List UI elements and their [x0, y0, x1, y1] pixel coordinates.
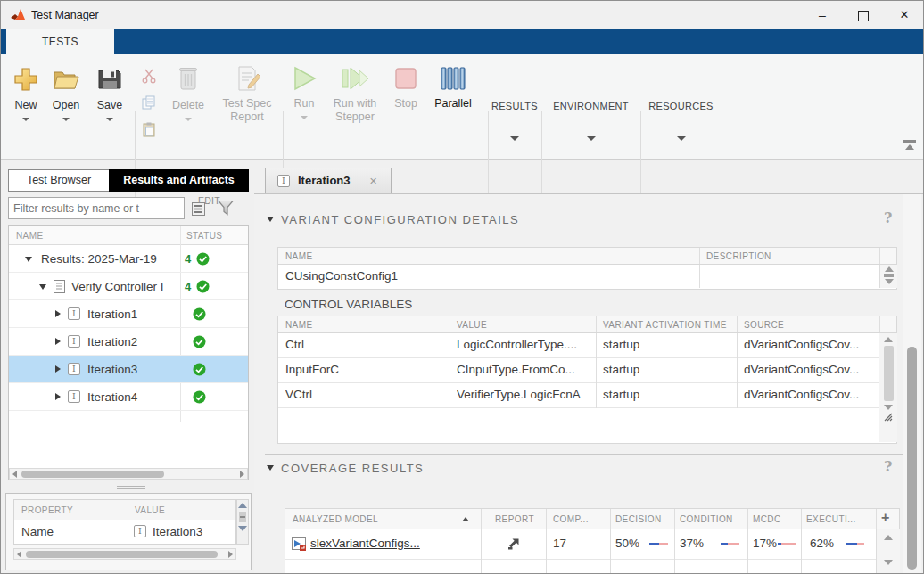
delete-button[interactable]: Delete — [165, 65, 211, 121]
results-group-button[interactable]: RESULTS — [488, 54, 541, 160]
scroll-up-icon[interactable] — [238, 503, 247, 508]
scroll-down-icon[interactable] — [885, 279, 894, 284]
coverage-table-scrollbar[interactable] — [876, 529, 900, 573]
resize-grip-icon[interactable] — [884, 413, 893, 422]
tree-row-iteration1[interactable]: I Iteration1 — [9, 300, 248, 328]
main-vertical-scrollbar[interactable] — [903, 194, 921, 574]
scrollbar-thumb[interactable] — [21, 471, 164, 478]
cut-button[interactable] — [138, 65, 160, 86]
scroll-up-icon[interactable] — [884, 337, 893, 342]
resources-group-button[interactable]: RESOURCES — [640, 54, 722, 160]
scroll-up-icon[interactable] — [885, 266, 894, 272]
config-table-scrollbar[interactable] — [879, 265, 897, 288]
scroll-left-icon[interactable] — [17, 551, 21, 558]
panel-splitter-handle[interactable] — [117, 486, 145, 490]
new-button[interactable]: New — [8, 67, 44, 121]
coverage-row[interactable]: slexVariantConfigs... 17 50% 37% 17% 62% — [285, 529, 876, 560]
collapse-ribbon-button[interactable] — [902, 140, 918, 152]
copy-button[interactable] — [138, 92, 160, 113]
save-dropdown-icon[interactable] — [106, 118, 113, 121]
property-panel: PROPERTY VALUE Name I Iteration3 — [5, 493, 252, 570]
tree-header: NAME STATUS — [9, 226, 248, 245]
stop-button[interactable]: Stop — [388, 65, 424, 110]
save-button[interactable]: Save — [92, 67, 128, 121]
property-row-name[interactable]: Name I Iteration3 — [13, 520, 236, 545]
tree-row-results[interactable]: Results: 2025-Mar-19 4 — [9, 245, 248, 273]
tab-iteration3[interactable]: I Iteration3 ✕ — [265, 168, 392, 193]
test-spec-report-button[interactable]: Test Spec Report — [215, 65, 279, 124]
cov-header-complexity[interactable]: COMP... — [553, 514, 589, 524]
cv-row-ctrl[interactable]: Ctrl LogicControllerType.... startup dVa… — [278, 333, 879, 358]
section-collapse-icon[interactable] — [267, 465, 274, 471]
tree-row-verify-controller[interactable]: Verify Controller I 4 — [9, 273, 248, 300]
value-header-label: VALUE — [135, 500, 165, 521]
report-arrow-icon[interactable] — [507, 537, 520, 551]
scroll-down-icon[interactable] — [884, 405, 893, 410]
run-button[interactable]: Run — [286, 65, 322, 119]
scroll-left-icon[interactable] — [12, 471, 17, 478]
cv-row-vctrl[interactable]: VCtrl VerifierType.LogicFcnA startup dVa… — [278, 383, 879, 408]
cv-table-scrollbar[interactable] — [879, 333, 897, 442]
collapse-caret-icon[interactable] — [39, 284, 46, 290]
cov-header-report[interactable]: REPORT — [495, 514, 534, 524]
save-button-label: Save — [92, 99, 128, 111]
section-collapse-icon[interactable] — [267, 217, 274, 222]
collapse-caret-icon[interactable] — [25, 257, 32, 262]
saved-filters-button[interactable] — [187, 198, 209, 219]
tree-row-iteration4[interactable]: I Iteration4 — [9, 383, 248, 411]
help-icon[interactable]: ? — [884, 458, 892, 475]
tab-close-icon[interactable]: ✕ — [369, 168, 377, 193]
column-divider — [596, 333, 597, 408]
scroll-down-icon[interactable] — [238, 526, 247, 531]
expand-caret-icon[interactable] — [55, 338, 61, 345]
stop-button-label: Stop — [388, 97, 424, 110]
cov-header-decision[interactable]: DECISION — [615, 514, 662, 524]
sort-ascending-icon[interactable] — [462, 517, 469, 521]
tree-horizontal-scrollbar[interactable] — [9, 468, 248, 480]
help-icon[interactable]: ? — [884, 209, 892, 226]
simulink-model-icon — [292, 537, 307, 552]
tab-tests[interactable]: TESTS — [6, 29, 114, 54]
tab-results-and-artifacts[interactable]: Results and Artifacts — [109, 169, 249, 192]
expand-caret-icon[interactable] — [55, 310, 61, 317]
cv-value: VerifierType.LogicFcnA — [457, 388, 590, 401]
expand-caret-icon[interactable] — [55, 365, 61, 373]
run-with-stepper-button[interactable]: Run with Stepper — [327, 65, 383, 124]
paste-button[interactable] — [138, 119, 160, 140]
variant-section-header[interactable]: VARIANT CONFIGURATION DETAILS — [267, 211, 891, 229]
parallel-button[interactable]: Parallel — [427, 65, 479, 110]
cv-source: dVariantConfigsCov... — [744, 363, 873, 376]
property-value: Iteration3 — [153, 520, 202, 545]
cov-header-mcdc[interactable]: MCDC — [753, 514, 781, 524]
tree-row-iteration2[interactable]: I Iteration2 — [9, 328, 248, 356]
control-variables-title: CONTROL VARIABLES — [285, 298, 412, 311]
add-column-button[interactable]: + — [881, 510, 889, 526]
cov-header-analyzed-model[interactable]: ANALYZED MODEL — [293, 514, 378, 524]
coverage-section-header[interactable]: COVERAGE RESULTS — [267, 460, 891, 478]
open-dropdown-icon[interactable] — [62, 118, 70, 121]
new-dropdown-icon[interactable] — [22, 118, 29, 121]
maximize-button[interactable] — [843, 1, 884, 29]
close-button[interactable]: ✕ — [884, 1, 924, 29]
filter-button[interactable] — [215, 197, 236, 218]
tree-row-iteration3-selected[interactable]: I Iteration3 — [9, 356, 248, 383]
analyzed-model-link[interactable]: slexVariantConfigs... — [310, 537, 475, 550]
property-vertical-scrollbar[interactable] — [236, 499, 249, 545]
minimize-button[interactable]: – — [802, 1, 843, 29]
scrollbar-thumb[interactable] — [907, 347, 917, 570]
environment-group-button[interactable]: ENVIRONMENT — [541, 54, 640, 160]
open-button[interactable]: Open — [47, 67, 85, 121]
scroll-right-icon[interactable] — [228, 551, 233, 558]
filter-results-input[interactable] — [8, 197, 185, 219]
config-table-row[interactable]: CUsingConstConfig1 — [277, 265, 897, 290]
scrollbar-thumb[interactable] — [26, 551, 218, 558]
tab-test-browser[interactable]: Test Browser — [8, 169, 110, 192]
cv-row-inputforc[interactable]: InputForC CInputType.FromCo... startup d… — [278, 358, 879, 383]
cov-header-execution[interactable]: EXECUTI... — [806, 514, 856, 524]
scroll-down-icon[interactable] — [884, 560, 893, 565]
expand-caret-icon[interactable] — [55, 393, 61, 400]
scroll-up-icon[interactable] — [884, 535, 893, 540]
property-horizontal-scrollbar[interactable] — [13, 548, 236, 560]
scroll-right-icon[interactable] — [240, 471, 244, 478]
cov-header-condition[interactable]: CONDITION — [680, 514, 733, 524]
